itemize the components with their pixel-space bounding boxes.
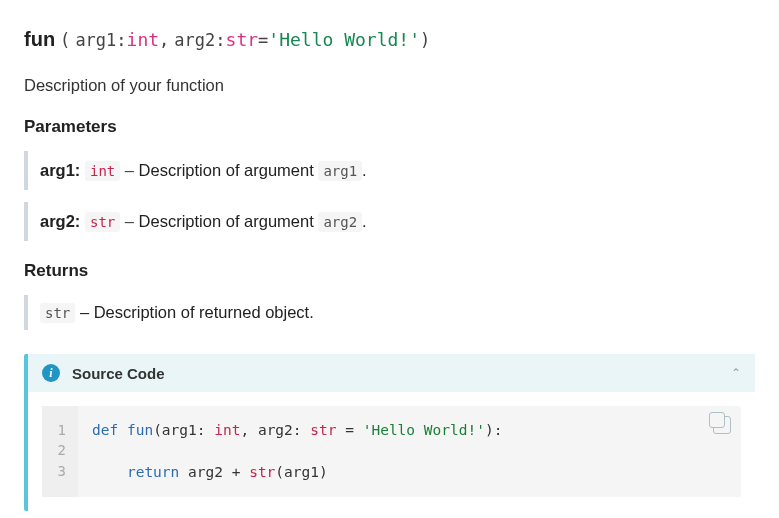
arg1-type: int — [127, 29, 160, 50]
return-type-tag: str — [40, 303, 75, 323]
source-code-label: Source Code — [72, 365, 165, 382]
param-name: arg2: — [40, 212, 80, 230]
copy-icon[interactable] — [713, 416, 731, 434]
line-number-gutter: 1 2 3 — [42, 406, 78, 497]
source-code-panel: i Source Code ⌃ 1 2 3 def fun(arg1: int,… — [24, 354, 755, 511]
line-number: 3 — [50, 461, 70, 481]
info-icon: i — [42, 364, 60, 382]
source-code-body: 1 2 3 def fun(arg1: int, arg2: str = 'He… — [28, 392, 755, 511]
parameter-block: arg1: int – Description of argument arg1… — [24, 151, 755, 190]
arg2-type: str — [226, 29, 259, 50]
param-type-tag: int — [85, 161, 120, 181]
arg2-name: arg2 — [174, 30, 215, 50]
function-name: fun — [24, 28, 55, 50]
function-description: Description of your function — [24, 76, 755, 95]
code-block: 1 2 3 def fun(arg1: int, arg2: str = 'He… — [42, 406, 741, 497]
line-number: 1 — [50, 420, 70, 440]
return-desc: Description of returned object. — [94, 303, 314, 321]
param-type-tag: str — [85, 212, 120, 232]
chevron-up-icon: ⌃ — [731, 366, 741, 380]
returns-block: str – Description of returned object. — [24, 295, 755, 330]
paren-close: ) — [420, 30, 430, 50]
arg2-default: 'Hello World!' — [268, 29, 420, 50]
source-code-header[interactable]: i Source Code ⌃ — [28, 354, 755, 392]
param-desc: Description of argument — [139, 161, 319, 179]
parameters-heading: Parameters — [24, 117, 755, 137]
param-ref: arg2 — [318, 212, 362, 232]
line-number: 2 — [50, 440, 70, 460]
param-name: arg1: — [40, 161, 80, 179]
parameter-block: arg2: str – Description of argument arg2… — [24, 202, 755, 241]
returns-heading: Returns — [24, 261, 755, 281]
param-ref: arg1 — [318, 161, 362, 181]
function-signature: fun ( arg1:int, arg2:str='Hello World!') — [24, 24, 755, 54]
param-desc: Description of argument — [139, 212, 319, 230]
paren-open: ( — [60, 30, 70, 50]
arg1-name: arg1 — [75, 30, 116, 50]
code-area: def fun(arg1: int, arg2: str = 'Hello Wo… — [78, 406, 741, 497]
